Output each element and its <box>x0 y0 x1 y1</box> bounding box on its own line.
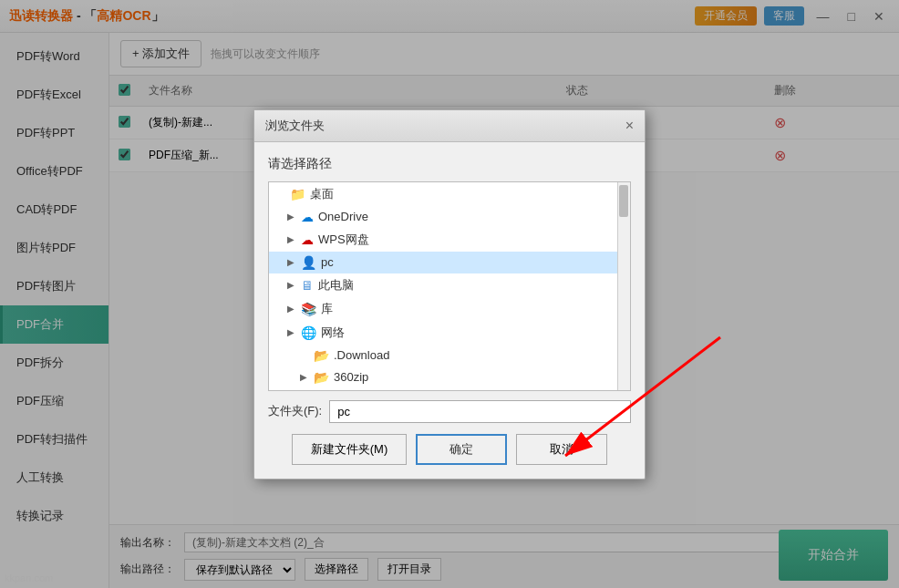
tree-label: 360zip <box>334 370 368 384</box>
cancel-button[interactable]: 取消 <box>516 434 607 465</box>
dialog-buttons: 新建文件夹(M) 确定 取消 <box>268 434 631 465</box>
tree-arrow: ▶ <box>287 304 296 314</box>
watermark: kkpan.com <box>5 573 53 583</box>
browse-folder-dialog: 浏览文件夹 × 请选择路径 📁 桌面 ▶ ☁ OneDrive ▶ ☁ <box>253 109 646 480</box>
tree-label: 网络 <box>321 325 345 341</box>
folder-label: 文件夹(F): <box>268 403 322 419</box>
network-icon: 🌐 <box>301 325 316 340</box>
dialog-close-button[interactable]: × <box>625 119 634 133</box>
tree-item-dingding[interactable]: ▶ 📂 DingDing <box>269 388 630 391</box>
pc-icon: 👤 <box>301 255 316 270</box>
tree-item-library[interactable]: ▶ 📚 库 <box>269 297 630 321</box>
library-icon: 📚 <box>301 302 316 316</box>
tree-arrow: ▶ <box>287 211 296 222</box>
folder-icon: 📁 <box>290 187 305 201</box>
dialog-body: 请选择路径 📁 桌面 ▶ ☁ OneDrive ▶ ☁ WPS网盘 <box>254 142 645 479</box>
confirm-button[interactable]: 确定 <box>416 434 507 465</box>
new-folder-button[interactable]: 新建文件夹(M) <box>292 434 408 465</box>
folder-input-row: 文件夹(F): <box>268 400 631 423</box>
tree-arrow: ▶ <box>287 257 296 267</box>
dialog-subtitle: 请选择路径 <box>268 156 631 172</box>
tree-arrow: ▶ <box>300 372 309 382</box>
scrollbar[interactable] <box>617 182 630 390</box>
tree-item-network[interactable]: ▶ 🌐 网络 <box>269 321 630 345</box>
tree-label: OneDrive <box>318 210 368 223</box>
dialog-title: 浏览文件夹 <box>265 118 325 134</box>
tree-item-mycomputer[interactable]: ▶ 🖥 此电脑 <box>269 273 630 297</box>
scrollbar-thumb <box>619 185 628 217</box>
tree-arrow: ▶ <box>287 234 296 244</box>
tree-item-pc[interactable]: ▶ 👤 pc <box>269 252 630 273</box>
tree-item-desktop[interactable]: 📁 桌面 <box>269 182 630 206</box>
tree-label: pc <box>321 255 334 269</box>
tree-label: 此电脑 <box>318 277 354 294</box>
overlay: 浏览文件夹 × 请选择路径 📁 桌面 ▶ ☁ OneDrive ▶ ☁ <box>0 0 899 588</box>
tree-item-download[interactable]: 📂 .Download <box>269 345 630 366</box>
tree-item-wps[interactable]: ▶ ☁ WPS网盘 <box>269 228 630 252</box>
file-tree: 📁 桌面 ▶ ☁ OneDrive ▶ ☁ WPS网盘 ▶ 👤 pc <box>268 181 631 391</box>
dialog-titlebar: 浏览文件夹 × <box>254 110 645 142</box>
tree-arrow: ▶ <box>287 280 296 290</box>
onedrive-icon: ☁ <box>301 210 314 224</box>
tree-label: 库 <box>321 301 333 317</box>
tree-label: .Download <box>334 348 389 362</box>
tree-item-360zip[interactable]: ▶ 📂 360zip <box>269 366 630 388</box>
tree-arrow: ▶ <box>287 327 296 337</box>
folder-yellow-icon: 📂 <box>314 348 329 363</box>
folder-input[interactable] <box>329 400 631 423</box>
tree-label: WPS网盘 <box>318 232 369 248</box>
tree-label: 桌面 <box>310 186 334 202</box>
computer-icon: 🖥 <box>301 278 314 293</box>
folder-yellow-icon: 📂 <box>314 370 329 385</box>
tree-item-onedrive[interactable]: ▶ ☁ OneDrive <box>269 206 630 228</box>
wps-icon: ☁ <box>301 232 314 247</box>
